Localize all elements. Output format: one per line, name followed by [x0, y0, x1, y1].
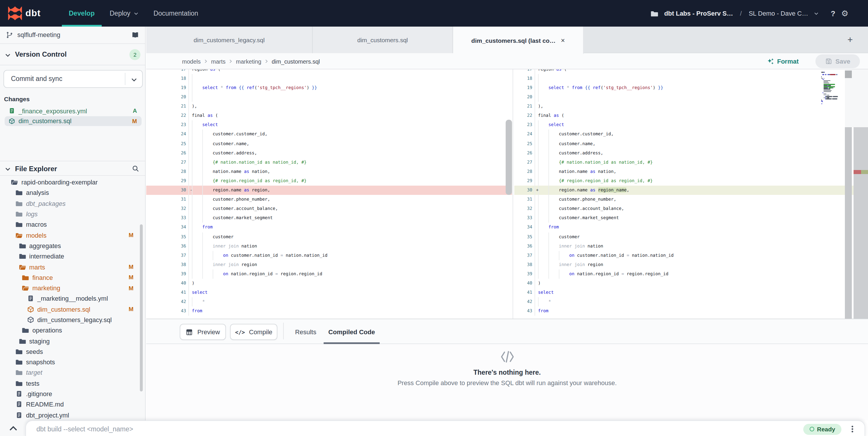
diff-pane-modified[interactable]: 17region as (1819select * from {{ ref('s…: [514, 69, 868, 319]
tree-item-marts[interactable]: martsM: [0, 262, 145, 272]
tree-item-marketing[interactable]: marketingM: [0, 283, 145, 293]
nav-item-documentation[interactable]: Documentation: [153, 0, 198, 27]
tree-item-dim-customers-legacy-sql[interactable]: dim_customers_legacy.sql: [0, 315, 145, 325]
code-text: select: [189, 288, 512, 297]
tree-item-finance[interactable]: financeM: [0, 272, 145, 283]
tree-item-aggregates[interactable]: aggregates: [0, 240, 145, 251]
code-text: select: [535, 288, 868, 297]
folder-open-icon: [16, 232, 23, 238]
tree-item-dim-customers-sql[interactable]: dim_customers.sqlM: [0, 304, 145, 315]
editor-scrollbar[interactable]: [845, 127, 852, 319]
line-number: 40: [514, 279, 535, 288]
git-branch-row[interactable]: sqlfluff-meeting: [0, 27, 145, 44]
editor-tab-1[interactable]: dim_customers.sql: [313, 27, 453, 53]
left-pane-scrollbar[interactable]: [506, 120, 512, 195]
breadcrumb-item[interactable]: marketing: [236, 58, 261, 64]
version-control-header[interactable]: Version Control 2: [0, 44, 145, 65]
command-input[interactable]: dbt build --select <model_name>: [36, 426, 803, 433]
tree-item-rapid-onboarding-exemplar[interactable]: rapid-onboarding-exemplar: [0, 177, 145, 187]
preview-button[interactable]: Preview: [180, 324, 226, 340]
line-number: 35: [146, 232, 189, 241]
tab-compiled-code[interactable]: Compiled Code: [323, 319, 380, 344]
nav-item-deploy[interactable]: Deploy: [110, 0, 139, 27]
account-name[interactable]: dbt Labs - ProServ S…: [664, 10, 733, 17]
format-button[interactable]: Format: [767, 53, 799, 69]
tree-item-analysis[interactable]: analysis: [0, 187, 145, 198]
tree-item-staging[interactable]: staging: [0, 336, 145, 346]
tree-item-dbt-project-yml[interactable]: dbt_project.yml: [0, 410, 145, 420]
tree-item-label: dim_customers.sql: [37, 306, 90, 313]
code-text: ): [189, 279, 512, 288]
model-icon: [27, 306, 34, 313]
code-text: *: [535, 297, 868, 307]
nav-item-develop[interactable]: Develop: [69, 0, 95, 27]
tab-results[interactable]: Results: [293, 319, 318, 344]
code-line-41: 41select: [514, 288, 868, 297]
tree-item--marketing-models-yml[interactable]: _marketing__models.yml: [0, 293, 145, 304]
kebab-menu-icon[interactable]: [848, 425, 857, 434]
nav-item-label: Documentation: [153, 10, 198, 17]
sidebar-scrollbar[interactable]: [140, 224, 143, 391]
minimap-thumb[interactable]: [845, 70, 852, 78]
code-line-34: 34from: [146, 223, 512, 232]
code-line-35: 35customer: [514, 232, 868, 241]
project-selector[interactable]: SL Demo - Dave C…: [749, 10, 808, 17]
tree-item-dbt-packages[interactable]: dbt_packages: [0, 198, 145, 209]
tree-item-label: tests: [26, 380, 39, 387]
docs-book-icon[interactable]: [131, 31, 139, 39]
help-icon[interactable]: ?: [831, 9, 835, 18]
code-line-38: 38inner join region: [514, 260, 868, 269]
breadcrumb-item[interactable]: marts: [211, 58, 226, 64]
folder-icon: [16, 369, 23, 376]
save-button[interactable]: Save: [815, 54, 860, 68]
code-text: customer.account_balance,: [189, 204, 512, 213]
minimap[interactable]: [820, 72, 844, 112]
overview-added-mark: [861, 170, 868, 174]
tree-item-label: operations: [32, 327, 62, 334]
breadcrumb-item[interactable]: models: [182, 58, 201, 64]
header-right: dbt Labs - ProServ S… / SL Demo - Dave C…: [651, 0, 848, 27]
tree-item-intermediate[interactable]: intermediate: [0, 251, 145, 262]
editor-tab-2[interactable]: dim_customers.sql (last co…×: [453, 27, 584, 54]
commit-and-sync-button[interactable]: Commit and sync: [3, 70, 143, 88]
file-explorer-header[interactable]: File Explorer: [0, 161, 145, 176]
expand-panel-chevron-up-icon[interactable]: [8, 423, 19, 434]
tree-item-operations[interactable]: operations: [0, 325, 145, 336]
compile-button[interactable]: </> Compile: [230, 324, 277, 340]
tree-item-label: aggregates: [29, 242, 61, 249]
tree-item-label: .gitignore: [26, 390, 52, 397]
diff-overview-ruler[interactable]: [854, 127, 868, 319]
tree-item-logs[interactable]: logs: [0, 209, 145, 220]
code-line-43: 43from: [146, 307, 512, 316]
editor-tab-0[interactable]: dim_customers_legacy.sql: [146, 27, 313, 53]
code-line-20: 20: [514, 92, 868, 102]
tree-item-snapshots[interactable]: snapshots: [0, 357, 145, 368]
new-tab-button[interactable]: +: [844, 33, 857, 46]
commit-options-chevron-icon[interactable]: [131, 76, 137, 83]
breadcrumb-item[interactable]: dim_customers.sql: [272, 58, 320, 64]
diff-pane-original[interactable]: 17region as (1819select * from {{ ref('s…: [146, 69, 512, 319]
tree-item-target[interactable]: target: [0, 368, 145, 378]
dbt-logo[interactable]: dbt: [8, 6, 41, 20]
change-item[interactable]: _finance_exposures.ymlA: [0, 106, 145, 116]
tree-item-models[interactable]: modelsM: [0, 230, 145, 240]
code-text: {# region.region_id as region_id, #}: [189, 176, 512, 185]
code-line-40: 40): [514, 279, 868, 288]
line-number: 21: [146, 102, 189, 111]
tree-item-tests[interactable]: tests: [0, 378, 145, 388]
settings-gear-icon[interactable]: ⚙: [841, 9, 848, 18]
tab-close-icon[interactable]: ×: [561, 37, 565, 43]
project-chevron-down-icon[interactable]: [814, 11, 819, 16]
tree-item-readme-md[interactable]: README.md: [0, 399, 145, 410]
tree-item-seeds[interactable]: seeds: [0, 346, 145, 357]
tree-item-macros[interactable]: macros: [0, 219, 145, 230]
change-item[interactable]: dim_customers.sqlM: [0, 116, 145, 126]
code-text: customer.customer_id,: [189, 130, 512, 139]
file-search-icon[interactable]: [132, 165, 139, 172]
code-line-17: 17region as (: [146, 69, 512, 74]
line-number: 33: [146, 214, 189, 223]
tree-item--gitignore[interactable]: .gitignore: [0, 388, 145, 399]
command-bar: dbt build --select <model_name> Ready: [0, 420, 868, 436]
code-text: nation.name as nation,: [189, 167, 512, 176]
folder-icon: [16, 380, 23, 387]
